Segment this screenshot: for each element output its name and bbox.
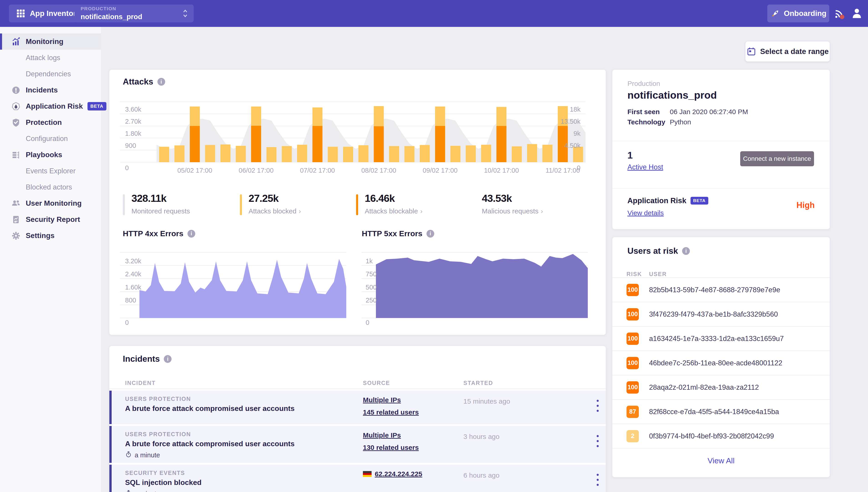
incident-source-link[interactable]: 62.224.224.225: [375, 470, 422, 478]
user-risk-row[interactable]: 100a1634245-1e7a-3333-1d2a-ea133c1659u7: [612, 327, 830, 351]
onboarding-button[interactable]: Onboarding: [767, 4, 829, 22]
sidebar-item-label: Dependencies: [26, 70, 71, 78]
sidebar-item-events-explorer[interactable]: Events Explorer: [0, 163, 101, 179]
view-all-link[interactable]: View All: [612, 456, 830, 465]
user-monitoring-icon: [11, 198, 21, 208]
user-risk-row[interactable]: 1003f476239-f479-437a-be1b-8afc3329b560: [612, 302, 830, 327]
sidebar-item-protection[interactable]: Protection: [0, 114, 101, 130]
user-risk-row[interactable]: 10082b5b413-59b7-4e87-8688-279789e7e9e: [612, 278, 830, 302]
incident-source-link[interactable]: Multiple IPs: [363, 432, 401, 439]
incident-row[interactable]: SECURITY EVENTSSQL injection blockeda mi…: [109, 465, 606, 492]
incident-source-link[interactable]: 145 related users: [363, 409, 419, 416]
sidebar-item-label: Events Explorer: [26, 167, 76, 175]
incident-duration: a minute: [125, 451, 160, 460]
info-icon[interactable]: i: [164, 355, 172, 363]
sidebar-item-blocked-actors[interactable]: Blocked actors: [0, 179, 101, 195]
sidebar-item-label: Settings: [26, 231, 54, 240]
onboarding-label: Onboarding: [784, 9, 826, 18]
environment-type-label: PRODUCTION: [81, 6, 142, 11]
user-risk-row[interactable]: 10046bdee7c-256b-11ea-80ee-acde48001122: [612, 351, 830, 375]
date-range-button[interactable]: Select a date range: [745, 42, 830, 62]
active-host-link[interactable]: Active Host: [627, 163, 663, 171]
chevron-right-icon: ›: [541, 207, 543, 215]
sidebar-item-user-monitoring[interactable]: User Monitoring: [0, 195, 101, 212]
rocket-icon: [770, 8, 780, 19]
incident-row[interactable]: USERS PROTECTIONA brute force attack com…: [109, 391, 606, 424]
stat-value: 16.46k: [365, 193, 422, 204]
user-risk-row[interactable]: 8782f68cce-e7da-45f5-a544-1849ce4a15ba: [612, 400, 830, 424]
sidebar-item-settings[interactable]: Settings: [0, 227, 101, 244]
view-details-link[interactable]: View details: [627, 209, 664, 217]
topbar: App Inventory PRODUCTION notifications_p…: [0, 0, 868, 27]
incident-menu-button[interactable]: [592, 432, 603, 450]
incident-row[interactable]: USERS PROTECTIONA brute force attack com…: [109, 426, 606, 463]
incidents-card-title: Incidents i: [123, 354, 172, 364]
user-risk-row[interactable]: 20f3b9774-b4f0-4bef-bf93-2b08f2042c99: [612, 424, 830, 448]
first-seen-value: 06 Jan 2020 06:27:40 PM: [670, 108, 748, 116]
incident-source-link[interactable]: Multiple IPs: [363, 396, 401, 404]
sidebar-item-dependencies[interactable]: Dependencies: [0, 66, 101, 82]
incident-source: 62.224.224.225: [363, 470, 422, 483]
user-risk-row[interactable]: 10028aqa2z-021ml-82ea-19aa-za2112: [612, 375, 830, 400]
sidebar-item-security-report[interactable]: Security Report: [0, 212, 101, 227]
stat-indicator: [123, 194, 125, 215]
svg-text:18k: 18k: [570, 106, 580, 113]
svg-text:09/02 17:00: 09/02 17:00: [423, 167, 457, 174]
risk-score-badge: 2: [626, 430, 639, 442]
calendar-icon: [747, 47, 756, 56]
info-icon[interactable]: i: [157, 78, 165, 85]
sidebar-item-playbooks[interactable]: Playbooks: [0, 147, 101, 163]
info-icon[interactable]: i: [426, 230, 434, 238]
stat-attacks-blockable: 16.46kAttacks blockable›: [356, 193, 422, 218]
sidebar-item-attack-logs[interactable]: Attack logs: [0, 50, 101, 66]
sidebar-item-monitoring[interactable]: Monitoring: [0, 33, 101, 50]
stat-label[interactable]: Attacks blocked›: [249, 207, 301, 215]
chevron-right-icon: ›: [420, 207, 422, 215]
svg-text:1k: 1k: [366, 257, 373, 265]
application-risk-icon: [11, 101, 21, 112]
incident-started: 3 hours ago: [463, 433, 499, 441]
svg-text:900: 900: [125, 142, 136, 149]
svg-text:500: 500: [366, 284, 377, 291]
stat-label[interactable]: Malicious requests›: [482, 207, 543, 215]
risk-score-badge: 100: [626, 308, 639, 320]
incident-title: A brute force attack compromised user ac…: [125, 440, 295, 448]
incident-menu-button[interactable]: [592, 396, 603, 415]
http4xx-title: HTTP 4xx Errors i: [123, 229, 195, 238]
stat-value: 43.53k: [482, 193, 543, 204]
environment-name: notifications_prod: [81, 13, 142, 21]
sidebar-item-label: Blocked actors: [26, 183, 72, 191]
technology-value: Python: [670, 118, 691, 126]
incident-title: A brute force attack compromised user ac…: [125, 404, 295, 413]
security-report-icon: [11, 215, 21, 225]
risk-score-badge: 100: [626, 333, 639, 345]
environment-selector[interactable]: PRODUCTION notifications_prod: [74, 4, 194, 22]
risk-level-value: High: [796, 200, 815, 210]
divider: [109, 389, 606, 389]
technology-label: Technology: [627, 118, 665, 126]
sidebar: MonitoringAttack logsDependenciesInciden…: [0, 27, 101, 492]
incident-menu-button[interactable]: [592, 470, 603, 489]
info-icon[interactable]: i: [682, 247, 690, 255]
connect-instance-button[interactable]: Connect a new instance: [740, 151, 814, 166]
info-icon[interactable]: i: [188, 230, 195, 238]
svg-text:2.40k: 2.40k: [125, 270, 141, 278]
incident-source-link[interactable]: 130 related users: [363, 444, 419, 451]
first-seen-label: First seen: [627, 108, 660, 116]
app-name: notifications_prod: [627, 89, 717, 101]
chart-5xx-area: [376, 254, 588, 318]
sidebar-item-incidents[interactable]: Incidents: [0, 82, 101, 98]
sidebar-item-label: Attack logs: [26, 54, 60, 62]
stat-label[interactable]: Attacks blockable›: [365, 207, 422, 215]
sidebar-item-application-risk[interactable]: Application RiskBETA: [0, 98, 101, 114]
chevron-right-icon: ›: [299, 207, 301, 215]
news-feed-icon[interactable]: [834, 8, 845, 19]
svg-text:08/02 17:00: 08/02 17:00: [361, 167, 396, 174]
incidents-card: Incidents i INCIDENT SOURCE STARTED USER…: [109, 346, 606, 492]
sidebar-item-configuration[interactable]: Configuration: [0, 130, 101, 147]
http5xx-chart: 02505007501k: [358, 243, 595, 326]
stopwatch-icon: [125, 451, 132, 460]
protection-icon: [11, 118, 21, 127]
app-inventory-label: App Inventory: [30, 9, 80, 18]
user-account-icon[interactable]: [851, 7, 863, 20]
